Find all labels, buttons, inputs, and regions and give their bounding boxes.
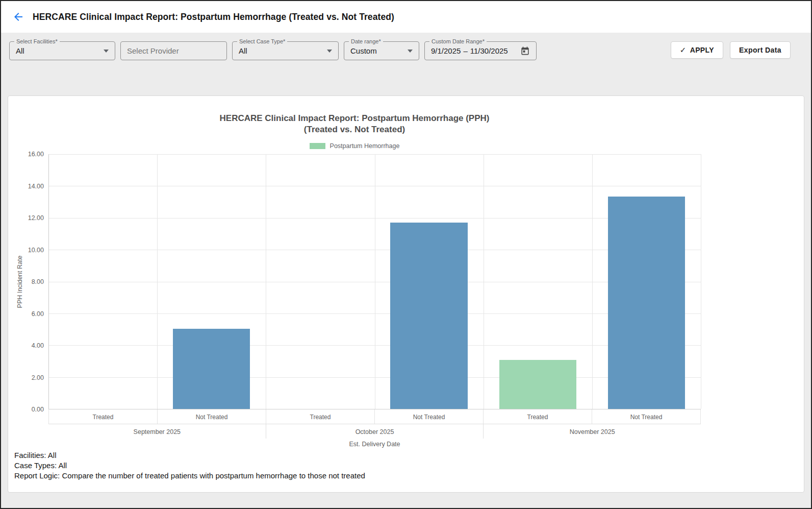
- date-range-select[interactable]: Date range* Custom: [344, 41, 419, 60]
- vertical-gridline: [592, 154, 593, 409]
- category-label: Treated: [266, 409, 374, 424]
- category-label: Not Treated: [157, 409, 266, 424]
- x-axis-title: Est. Delivery Date: [48, 439, 701, 448]
- calendar-icon[interactable]: [520, 46, 530, 56]
- vertical-gridline: [157, 154, 158, 409]
- category-label: Treated: [48, 409, 157, 424]
- vertical-gridline: [701, 154, 701, 409]
- back-button[interactable]: [11, 10, 26, 24]
- chevron-down-icon: [104, 50, 109, 53]
- custom-date-range-label: Custom Date Range*: [429, 38, 487, 44]
- case-type-label: Select Case Type*: [237, 38, 287, 44]
- chevron-down-icon: [408, 50, 413, 53]
- y-tick-label: 0.00: [32, 406, 44, 413]
- chart-title-line2: (Treated vs. Not Treated): [8, 124, 701, 135]
- provider-placeholder: Select Provider: [127, 46, 179, 55]
- footer-facilities: Facilities: All: [14, 450, 804, 460]
- group-label: October 2025: [266, 424, 484, 439]
- apply-button-label: APPLY: [690, 46, 714, 54]
- chart-header: HERCARE Clinical Impact Report: Postpart…: [8, 113, 701, 150]
- export-button-label: Export Data: [739, 46, 781, 54]
- bar-october-2025-not-treated[interactable]: [390, 223, 467, 409]
- chevron-down-icon: [327, 50, 332, 53]
- report-card: HERCARE Clinical Impact Report: Postpart…: [8, 95, 804, 493]
- y-tick-label: 10.00: [28, 247, 44, 254]
- group-label: September 2025: [48, 424, 266, 439]
- chart-title-line1: HERCARE Clinical Impact Report: Postpart…: [8, 113, 701, 124]
- header: HERCARE Clinical Impact Report: Postpart…: [1, 1, 811, 33]
- facilities-select[interactable]: Select Facilities* All: [9, 41, 115, 60]
- date-end: 11/30/2025: [470, 46, 508, 55]
- footer-report-logic: Report Logic: Compare the number of trea…: [14, 471, 804, 481]
- export-data-button[interactable]: Export Data: [730, 41, 791, 59]
- y-tick-label: 14.00: [28, 183, 44, 190]
- group-label: November 2025: [483, 424, 701, 439]
- facilities-label: Select Facilities*: [14, 38, 60, 44]
- legend-swatch: [310, 143, 325, 149]
- vertical-gridline: [266, 154, 266, 409]
- group-axis: September 2025October 2025November 2025: [48, 424, 701, 439]
- y-axis-line: [48, 154, 49, 409]
- filter-actions: ✓ APPLY Export Data: [671, 41, 791, 59]
- y-tick-label: 12.00: [28, 214, 44, 222]
- filter-bar: Select Facilities* All Select Provider S…: [1, 33, 811, 95]
- footer-case-types: Case Types: All: [14, 460, 804, 471]
- custom-date-range-field[interactable]: Custom Date Range* 9/1/2025 – 11/30/2025: [424, 41, 537, 60]
- report-footer: Facilities: All Case Types: All Report L…: [14, 450, 804, 481]
- date-range-label: Date range*: [349, 38, 383, 44]
- bar-november-2025-not-treated[interactable]: [608, 197, 685, 409]
- plot-area: [48, 154, 701, 409]
- category-axis: TreatedNot TreatedTreatedNot TreatedTrea…: [48, 409, 701, 424]
- date-range-value: Custom: [350, 46, 377, 55]
- y-tick-label: 16.00: [28, 151, 44, 158]
- y-axis-labels: 16.0014.0012.0010.008.006.004.002.000.00: [8, 154, 44, 409]
- apply-button[interactable]: ✓ APPLY: [671, 41, 723, 59]
- bar-november-2025-treated[interactable]: [499, 360, 576, 409]
- vertical-gridline: [375, 154, 375, 409]
- legend-label: Postpartum Hemorrhage: [330, 142, 400, 150]
- category-label: Not Treated: [592, 409, 700, 424]
- case-type-value: All: [239, 46, 247, 55]
- bar-september-2025-not-treated[interactable]: [173, 329, 250, 409]
- category-label: Treated: [483, 409, 592, 424]
- arrow-left-icon: [12, 11, 24, 23]
- date-separator: –: [463, 46, 467, 55]
- date-start: 9/1/2025: [431, 46, 461, 55]
- vertical-gridline: [484, 154, 484, 409]
- app-window: HERCARE Clinical Impact Report: Postpart…: [0, 0, 812, 509]
- y-tick-label: 4.00: [32, 342, 44, 349]
- chart-legend: Postpartum Hemorrhage: [8, 142, 701, 150]
- provider-input[interactable]: Select Provider: [120, 41, 227, 60]
- page-title: HERCARE Clinical Impact Report: Postpart…: [33, 12, 394, 22]
- chart-region: PPH Incident Rate 16.0014.0012.0010.008.…: [8, 154, 804, 448]
- category-label: Not Treated: [374, 409, 483, 424]
- facilities-value: All: [16, 46, 24, 55]
- y-tick-label: 8.00: [32, 278, 44, 285]
- check-icon: ✓: [680, 45, 687, 55]
- case-type-select[interactable]: Select Case Type* All: [232, 41, 339, 60]
- y-tick-label: 6.00: [32, 310, 44, 318]
- chart-title: HERCARE Clinical Impact Report: Postpart…: [8, 113, 701, 135]
- y-tick-label: 2.00: [32, 374, 44, 381]
- custom-date-range-value: 9/1/2025 – 11/30/2025: [431, 46, 508, 55]
